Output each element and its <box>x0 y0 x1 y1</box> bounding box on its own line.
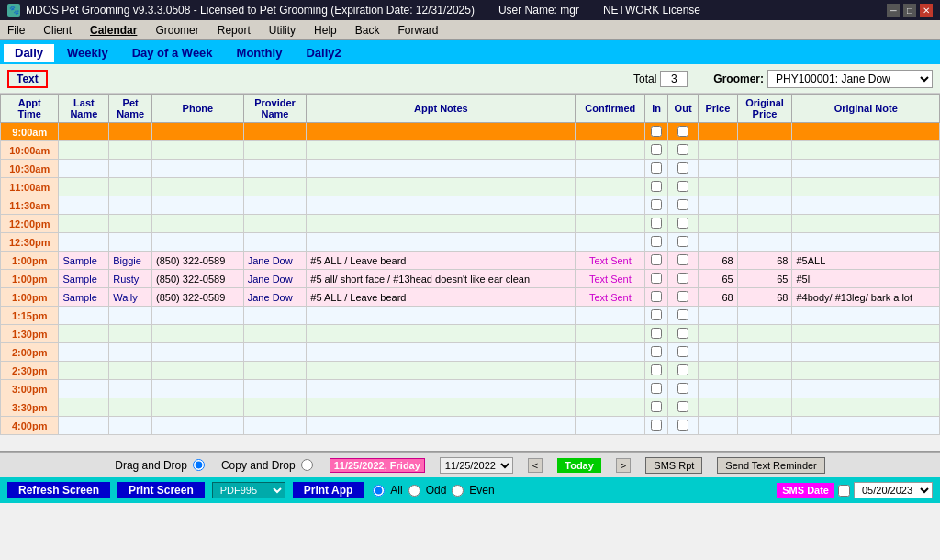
in-checkbox[interactable] <box>651 309 662 320</box>
out-cell[interactable] <box>668 196 699 215</box>
table-row[interactable]: 11:30am <box>1 196 940 215</box>
tab-daily2[interactable]: Daily2 <box>295 44 352 62</box>
out-checkbox[interactable] <box>677 401 688 412</box>
out-checkbox[interactable] <box>677 162 688 174</box>
in-checkbox[interactable] <box>651 291 662 302</box>
in-checkbox[interactable] <box>651 273 662 284</box>
in-cell[interactable] <box>645 362 668 380</box>
in-checkbox[interactable] <box>651 126 662 137</box>
today-button[interactable]: Today <box>557 458 601 473</box>
in-checkbox[interactable] <box>651 254 662 265</box>
in-checkbox[interactable] <box>651 364 662 375</box>
in-cell[interactable] <box>645 123 668 141</box>
in-cell[interactable] <box>645 380 668 398</box>
table-row[interactable]: 11:00am <box>1 178 940 196</box>
sms-rpt-button[interactable]: SMS Rpt <box>645 457 702 474</box>
in-cell[interactable] <box>645 215 668 233</box>
table-row[interactable]: 1:00pm Sample Biggie (850) 322-0589 Jane… <box>1 252 940 270</box>
out-cell[interactable] <box>668 270 699 288</box>
table-row[interactable]: 12:00pm <box>1 215 940 233</box>
out-checkbox[interactable] <box>677 309 688 320</box>
refresh-screen-button[interactable]: Refresh Screen <box>7 482 110 498</box>
in-checkbox[interactable] <box>651 199 662 210</box>
out-checkbox[interactable] <box>677 181 688 192</box>
out-cell[interactable] <box>668 252 699 270</box>
in-cell[interactable] <box>645 398 668 417</box>
next-date-button[interactable]: > <box>616 458 631 473</box>
in-cell[interactable] <box>645 288 668 307</box>
in-checkbox[interactable] <box>651 328 662 339</box>
out-cell[interactable] <box>668 362 699 380</box>
in-cell[interactable] <box>645 196 668 215</box>
in-checkbox[interactable] <box>651 218 662 229</box>
table-row[interactable]: 1:30pm <box>1 325 940 343</box>
even-radio[interactable] <box>452 485 464 497</box>
out-checkbox[interactable] <box>677 144 688 155</box>
tab-daily[interactable]: Daily <box>4 44 54 62</box>
menu-report[interactable]: Report <box>214 23 254 38</box>
table-row[interactable]: 10:00am <box>1 141 940 160</box>
pdf-select[interactable]: PDF995 <box>212 482 285 498</box>
out-checkbox[interactable] <box>677 364 688 375</box>
menu-forward[interactable]: Forward <box>394 23 442 38</box>
table-row[interactable]: 10:30am <box>1 160 940 178</box>
in-checkbox[interactable] <box>651 144 662 155</box>
table-row[interactable]: 1:15pm <box>1 307 940 325</box>
table-row[interactable]: 1:00pm Sample Wally (850) 322-0589 Jane … <box>1 288 940 307</box>
table-row[interactable]: 3:30pm <box>1 398 940 417</box>
in-checkbox[interactable] <box>651 181 662 192</box>
sms-date-checkbox[interactable] <box>838 485 850 497</box>
out-cell[interactable] <box>668 343 699 362</box>
menu-help[interactable]: Help <box>310 23 341 38</box>
in-checkbox[interactable] <box>651 420 662 431</box>
out-cell[interactable] <box>668 307 699 325</box>
menu-back[interactable]: Back <box>352 23 384 38</box>
out-checkbox[interactable] <box>677 254 688 265</box>
table-row[interactable]: 3:00pm <box>1 380 940 398</box>
in-cell[interactable] <box>645 417 668 435</box>
all-radio[interactable] <box>373 485 385 497</box>
menu-utility[interactable]: Utility <box>265 23 299 38</box>
table-row[interactable]: 1:00pm Sample Rusty (850) 322-0589 Jane … <box>1 270 940 288</box>
tab-monthly[interactable]: Monthly <box>226 44 294 62</box>
tab-day-of-week[interactable]: Day of a Week <box>121 44 224 62</box>
out-checkbox[interactable] <box>677 273 688 284</box>
out-checkbox[interactable] <box>677 346 688 357</box>
in-cell[interactable] <box>645 178 668 196</box>
print-app-button[interactable]: Print App <box>293 482 364 498</box>
in-cell[interactable] <box>645 325 668 343</box>
out-checkbox[interactable] <box>677 218 688 229</box>
out-cell[interactable] <box>668 123 699 141</box>
in-checkbox[interactable] <box>651 236 662 247</box>
table-row[interactable]: 12:30pm <box>1 233 940 252</box>
out-checkbox[interactable] <box>677 328 688 339</box>
out-cell[interactable] <box>668 141 699 160</box>
menu-groomer[interactable]: Groomer <box>151 23 202 38</box>
drag-drop-radio[interactable] <box>193 459 205 471</box>
close-button[interactable]: ✕ <box>920 4 933 17</box>
out-cell[interactable] <box>668 325 699 343</box>
out-cell[interactable] <box>668 178 699 196</box>
prev-date-button[interactable]: < <box>528 458 543 473</box>
out-cell[interactable] <box>668 215 699 233</box>
out-cell[interactable] <box>668 160 699 178</box>
table-row[interactable]: 2:00pm <box>1 343 940 362</box>
in-cell[interactable] <box>645 141 668 160</box>
out-cell[interactable] <box>668 417 699 435</box>
maximize-button[interactable]: □ <box>903 4 916 17</box>
in-checkbox[interactable] <box>651 162 662 174</box>
date-select[interactable]: 11/25/2022 <box>440 457 513 474</box>
send-text-button[interactable]: Send Text Reminder <box>717 457 824 474</box>
tab-weekly[interactable]: Weekly <box>56 44 119 62</box>
out-cell[interactable] <box>668 398 699 417</box>
out-checkbox[interactable] <box>677 383 688 394</box>
odd-radio[interactable] <box>408 485 420 497</box>
in-cell[interactable] <box>645 270 668 288</box>
in-cell[interactable] <box>645 160 668 178</box>
out-cell[interactable] <box>668 233 699 252</box>
in-checkbox[interactable] <box>651 383 662 394</box>
menu-file[interactable]: File <box>4 23 28 38</box>
table-row[interactable]: 2:30pm <box>1 362 940 380</box>
out-cell[interactable] <box>668 380 699 398</box>
menu-calendar[interactable]: Calendar <box>86 23 140 38</box>
